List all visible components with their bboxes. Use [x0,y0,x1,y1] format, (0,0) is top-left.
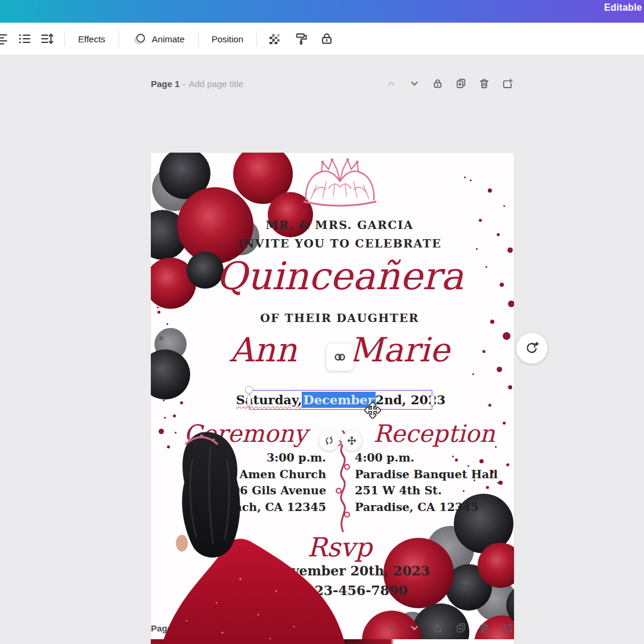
reception-venue: Paradise Banquet Hall [355,466,498,483]
move-cursor-icon [363,401,382,420]
chevron-up-icon[interactable] [385,621,398,634]
reception-time: 4:00 p.m. [355,450,498,466]
effects-label: Effects [78,34,106,44]
honoree-first: Ann [230,330,297,369]
tiara-graphic [299,157,381,210]
splatter-left [157,306,159,308]
paint-roller-icon[interactable] [294,31,309,47]
regenerate-icon [524,340,540,356]
toolbar-divider [64,30,65,47]
date-suffix: 2nd, 2023 [376,392,446,407]
animate-label: Animate [152,34,185,44]
regenerate-button[interactable] [516,333,547,364]
lock-page-icon[interactable] [431,77,444,90]
selection-right-handle[interactable] [431,395,435,406]
chevron-down-icon[interactable] [408,77,421,90]
trash-icon[interactable] [478,621,491,634]
link-button[interactable] [326,343,354,371]
page1-title-placeholder[interactable]: Add page title [188,79,243,89]
toolbar-divider [119,30,119,47]
move-handle-button[interactable] [342,431,362,451]
add-page-icon[interactable] [501,621,514,634]
effects-button[interactable]: Effects [71,29,113,49]
chevron-down-icon [408,621,421,634]
duplicate-page-icon[interactable] [454,77,467,90]
page1-separator: - [182,79,185,89]
bullet-list-icon[interactable] [17,31,32,47]
line-spacing-icon[interactable] [39,31,55,47]
reception-details: 4:00 p.m. Paradise Banquet Hall 251 W 4t… [355,450,498,515]
honoree-last: Marie [349,330,450,369]
animate-icon [132,31,148,47]
page1-label: Page 1 [151,79,179,89]
text-align-icon[interactable] [0,31,10,47]
date-prefix: Saturday, [236,392,302,407]
toolbar-divider [198,30,199,47]
reception-title: Reception [354,420,514,447]
canvas-workspace: Page 1 - Add page title [0,55,644,644]
link-icon [332,349,348,365]
text-toolbar: Effects Animate Position [0,23,644,55]
chevron-up-icon [385,77,398,90]
rotate-icon [324,435,335,446]
animate-button[interactable]: Animate [125,26,192,51]
toolbar-divider [256,30,257,47]
reception-addr1: 251 W 4th St. [355,482,498,499]
lock-icon[interactable] [319,31,335,47]
selection-corner-handle[interactable] [245,386,253,394]
rotate-handle-button[interactable] [319,431,339,451]
quinceanera-girl-illustration [151,424,348,644]
transparency-icon[interactable] [267,31,282,47]
lock-page-icon[interactable] [431,621,444,634]
splatter-right [464,177,466,178]
duplicate-page-icon[interactable] [454,621,467,634]
position-button[interactable]: Position [205,29,250,49]
top-gradient-bar: Editable I [0,0,644,23]
move-icon [346,435,357,446]
invitation-canvas-page1[interactable]: MR. & MRS. GARCIA INVITE YOU TO CELEBRAT… [151,153,514,644]
position-label: Position [212,34,243,44]
daughter-line: OF THEIR DAUGHTER [165,311,514,324]
trash-icon[interactable] [478,77,491,90]
page1-header-row: Page 1 - Add page title [151,76,514,91]
selection-left-handle[interactable] [247,395,251,406]
reception-addr2: Paradise, CA 12345 [355,499,498,516]
editable-badge: Editable I [604,2,644,13]
add-page-icon[interactable] [501,77,514,90]
date-textbox[interactable]: Saturday, December 2nd, 2023 [249,390,432,410]
